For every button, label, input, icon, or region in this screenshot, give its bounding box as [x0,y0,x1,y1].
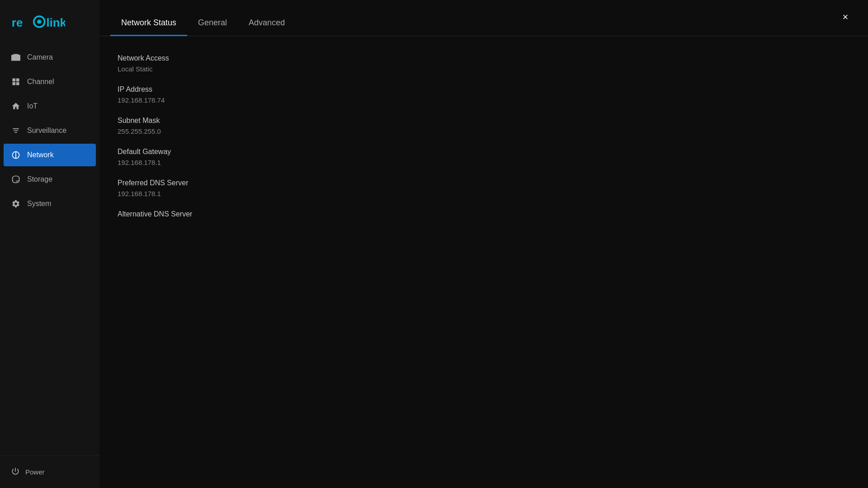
tab-general[interactable]: General [187,11,238,36]
field-preferred-dns-label: Preferred DNS Server [118,179,850,187]
field-network-access: Network Access Local Static [118,54,850,73]
sidebar-item-channel-label: Channel [27,78,54,86]
sidebar-item-surveillance-label: Surveillance [27,127,66,135]
field-subnet-mask-label: Subnet Mask [118,117,850,125]
camera-icon [11,52,21,62]
field-default-gateway: Default Gateway 192.168.178.1 [118,148,850,166]
field-alternative-dns: Alternative DNS Server [118,210,850,221]
channel-icon [11,77,21,87]
sidebar-item-channel[interactable]: Channel [0,70,99,94]
reolink-logo: re link [11,13,65,31]
sidebar-item-network-label: Network [27,151,54,159]
iot-icon [11,101,21,111]
field-ip-address-value: 192.168.178.74 [118,96,850,104]
network-icon [11,150,21,160]
svg-point-2 [37,19,41,23]
field-default-gateway-value: 192.168.178.1 [118,159,850,166]
field-alternative-dns-label: Alternative DNS Server [118,210,850,218]
sidebar-item-iot[interactable]: IoT [0,94,99,118]
field-ip-address: IP Address 192.168.178.74 [118,85,850,104]
field-ip-address-label: IP Address [118,85,850,94]
tab-advanced[interactable]: Advanced [238,11,296,36]
tabs-bar: Network Status General Advanced [99,0,868,36]
sidebar-item-surveillance[interactable]: Surveillance [0,118,99,143]
sidebar-item-system[interactable]: System [0,192,99,216]
power-button[interactable]: Power [11,467,89,477]
storage-icon [11,174,21,184]
field-network-access-label: Network Access [118,54,850,62]
network-status-content: Network Access Local Static IP Address 1… [99,36,868,252]
power-icon [11,467,20,477]
svg-text:link: link [46,16,65,29]
field-network-access-value: Local Static [118,65,850,73]
svg-text:re: re [12,16,23,29]
power-label: Power [25,468,45,476]
logo-svg: re link [11,13,65,31]
field-subnet-mask: Subnet Mask 255.255.255.0 [118,117,850,135]
sidebar-item-camera-label: Camera [27,53,53,61]
close-icon: × [843,11,849,23]
logo-area: re link [0,0,99,45]
sidebar-item-network[interactable]: Network [4,144,96,166]
main-content: × Network Status General Advanced Networ… [99,0,868,488]
sidebar: re link Camera Channe [0,0,99,488]
field-preferred-dns: Preferred DNS Server 192.168.178.1 [118,179,850,197]
sidebar-item-storage[interactable]: Storage [0,167,99,192]
sidebar-bottom: Power [0,455,99,488]
system-icon [11,199,21,209]
sidebar-item-system-label: System [27,200,51,208]
close-button[interactable]: × [837,9,854,25]
field-subnet-mask-value: 255.255.255.0 [118,127,850,135]
surveillance-icon [11,126,21,136]
nav-items: Camera Channel IoT [0,45,99,455]
sidebar-item-storage-label: Storage [27,175,52,183]
field-preferred-dns-value: 192.168.178.1 [118,190,850,197]
sidebar-item-camera[interactable]: Camera [0,45,99,70]
tab-network-status[interactable]: Network Status [110,11,187,36]
field-default-gateway-label: Default Gateway [118,148,850,156]
sidebar-item-iot-label: IoT [27,102,38,110]
